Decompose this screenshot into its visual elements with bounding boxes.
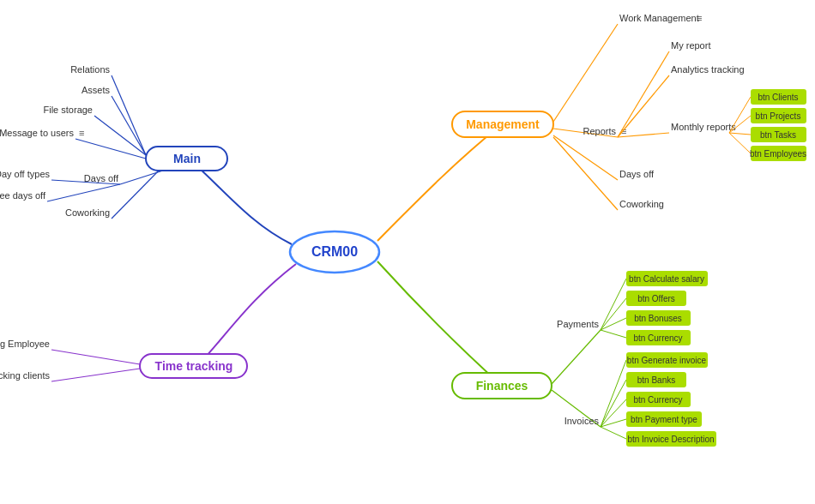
svg-line-8 <box>47 184 120 201</box>
mgmt-item-myreport: My report <box>671 40 710 51</box>
btn-currency-payments[interactable]: btn Currency <box>633 333 682 343</box>
finances-node-label: Finances <box>476 379 528 393</box>
btn-tasks[interactable]: btn Tasks <box>760 130 796 140</box>
svg-line-37 <box>601 330 626 338</box>
svg-line-9 <box>112 171 159 219</box>
btn-employees[interactable]: btn Employees <box>750 149 806 159</box>
svg-line-35 <box>601 318 626 330</box>
workmanagement-menu-icon: ≡ <box>697 13 702 23</box>
btn-calculate-salary[interactable]: btn Calculate salary <box>629 274 704 284</box>
main-item-message: Message to users <box>0 128 74 138</box>
svg-line-23 <box>729 133 751 135</box>
svg-line-31 <box>601 279 626 330</box>
svg-line-11 <box>51 350 140 364</box>
timetracking-node-label: Time tracking <box>155 359 233 373</box>
svg-line-25 <box>729 133 751 153</box>
mgmt-item-monthly: Monthly reports <box>671 122 736 132</box>
svg-line-14 <box>553 24 618 122</box>
btn-invoice-description[interactable]: btn Invoice Description <box>627 435 714 444</box>
svg-line-16 <box>618 51 669 137</box>
svg-line-12 <box>51 369 140 381</box>
btn-banks[interactable]: btn Banks <box>637 375 675 385</box>
btn-generate-invoice[interactable]: btn Generate invoice <box>627 356 707 365</box>
main-node-label: Main <box>173 152 201 165</box>
svg-line-40 <box>601 360 626 427</box>
svg-line-3 <box>112 96 146 155</box>
btn-projects[interactable]: btn Projects <box>756 111 801 121</box>
btn-currency-invoices[interactable]: btn Currency <box>633 395 682 405</box>
svg-line-48 <box>601 427 626 439</box>
svg-line-33 <box>601 298 626 330</box>
main-item-assets: Assets <box>82 85 111 95</box>
finances-item-payments: Payments <box>557 319 599 329</box>
btn-clients[interactable]: btn Clients <box>758 93 798 102</box>
main-item-employeedaysoff: Employee days off <box>0 190 46 201</box>
main-item-filestorage: File storage <box>44 105 93 115</box>
center-node-label: CRM00 <box>311 244 358 259</box>
btn-offers[interactable]: btn Offers <box>637 294 675 303</box>
message-menu-icon: ≡ <box>79 128 84 138</box>
svg-line-5 <box>75 139 146 159</box>
mgmt-item-coworking: Coworking <box>619 199 664 209</box>
svg-line-19 <box>729 97 751 133</box>
main-item-dayofftypes: Day off types <box>0 169 50 179</box>
mgmt-item-daysoff: Days off <box>619 169 655 179</box>
main-item-relations: Relations <box>70 64 110 75</box>
svg-line-17 <box>618 75 669 137</box>
svg-line-30 <box>552 330 601 384</box>
tt-item-clients: Time tracking clients <box>0 370 50 381</box>
finances-item-invoices: Invoices <box>564 416 600 426</box>
svg-line-4 <box>94 116 146 155</box>
main-item-coworking: Coworking <box>65 207 110 218</box>
mgmt-item-workmanagement: Work Management <box>619 13 699 23</box>
svg-line-2 <box>112 75 146 155</box>
mgmt-item-reports: Reports <box>583 126 616 136</box>
btn-payment-type[interactable]: btn Payment type <box>631 415 697 424</box>
tt-item-employee: Time tracking Employee <box>0 339 50 349</box>
mgmt-item-analytics: Analytics tracking <box>671 64 745 75</box>
btn-bonuses[interactable]: btn Bonuses <box>634 314 682 323</box>
management-node-label: Management <box>466 117 540 131</box>
